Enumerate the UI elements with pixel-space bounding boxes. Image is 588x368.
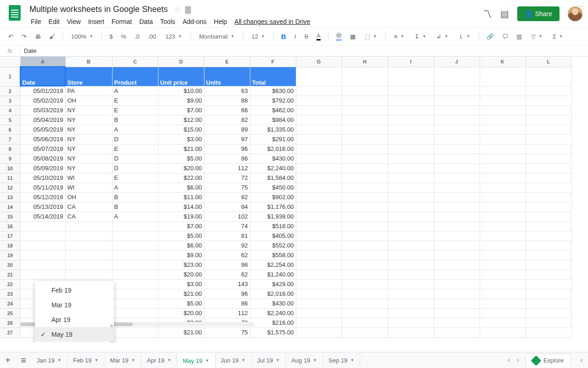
cell[interactable]: $2,240.00 xyxy=(250,163,296,173)
cell[interactable]: $984.00 xyxy=(250,115,296,125)
document-title[interactable]: Multiple worksheets in Google Sheets xyxy=(28,4,170,15)
menu-format[interactable]: Format xyxy=(108,16,135,27)
cell[interactable]: B xyxy=(112,115,158,125)
cell[interactable]: 05/03/2019 xyxy=(20,105,65,115)
popup-item[interactable]: Feb 19 xyxy=(35,283,114,298)
text-color-button[interactable]: A xyxy=(314,30,323,42)
tab-menu-icon[interactable]: ▼ xyxy=(167,358,171,362)
row-header-15[interactable]: 15 xyxy=(0,212,20,221)
cell[interactable]: NY xyxy=(65,105,112,115)
tab-scroll-left[interactable]: ‹ xyxy=(508,356,510,364)
row-header-20[interactable]: 20 xyxy=(0,260,20,270)
cell[interactable]: D xyxy=(112,154,158,163)
sheet-tab[interactable]: Jan 19▼ xyxy=(31,353,68,368)
row-header-26[interactable]: 26 xyxy=(0,318,20,328)
insert-comment-button[interactable]: 🗩 xyxy=(499,31,511,42)
tab-menu-icon[interactable]: ▼ xyxy=(94,358,98,362)
cell[interactable]: NY xyxy=(65,163,112,173)
row-header-10[interactable]: 10 xyxy=(0,163,20,173)
cell[interactable]: NY xyxy=(65,154,112,163)
cell[interactable] xyxy=(20,270,65,279)
number-format-select[interactable]: 123▼ xyxy=(162,31,186,42)
cell[interactable]: 05/01/2019 xyxy=(20,86,65,96)
cell[interactable]: E xyxy=(112,144,158,154)
sheet-tab[interactable]: May 19▼ xyxy=(177,353,215,368)
cell[interactable]: NY xyxy=(65,144,112,154)
cell[interactable]: 98 xyxy=(204,260,250,270)
spreadsheet-grid[interactable]: ABCDEFGHIJKL1DateStoreProductUnit priceU… xyxy=(0,57,588,343)
row-header-25[interactable]: 25 xyxy=(0,308,20,318)
menu-view[interactable]: View xyxy=(64,16,84,27)
col-header-H[interactable]: H xyxy=(342,57,388,67)
cell[interactable]: $2,254.00 xyxy=(250,260,296,270)
cell[interactable]: $450.00 xyxy=(250,183,296,192)
row-header-24[interactable]: 24 xyxy=(0,299,20,308)
cell[interactable]: 05/11/2019 xyxy=(20,183,65,192)
explore-button[interactable]: Explore xyxy=(526,354,571,367)
cell[interactable] xyxy=(20,241,65,250)
menu-data[interactable]: Data xyxy=(136,16,156,27)
cell[interactable]: $5.00 xyxy=(158,231,204,241)
cell[interactable] xyxy=(112,231,158,241)
cell[interactable]: 97 xyxy=(204,134,250,144)
cell[interactable]: E xyxy=(112,105,158,115)
cell[interactable]: A xyxy=(112,183,158,192)
col-header-F[interactable]: F xyxy=(250,57,296,67)
cell[interactable]: 75 xyxy=(204,328,250,337)
cell[interactable]: $9.00 xyxy=(158,250,204,260)
cell[interactable]: 82 xyxy=(204,115,250,125)
cell[interactable]: WI xyxy=(65,173,112,183)
move-folder-icon[interactable]: ▇ xyxy=(185,5,191,14)
cell[interactable]: $429.00 xyxy=(250,279,296,289)
cell[interactable]: $11.00 xyxy=(158,192,204,202)
cell[interactable]: 82 xyxy=(204,192,250,202)
cell[interactable]: $902.00 xyxy=(250,192,296,202)
cell[interactable] xyxy=(112,250,158,260)
tab-menu-icon[interactable]: ▼ xyxy=(242,358,246,362)
row-header-23[interactable]: 23 xyxy=(0,289,20,299)
cell[interactable]: $12.00 xyxy=(158,115,204,125)
row-header-16[interactable]: 16 xyxy=(0,221,20,231)
cell[interactable]: $552.00 xyxy=(250,241,296,250)
popup-item[interactable]: Mar 19 xyxy=(35,298,114,312)
cell[interactable]: 05/13/2019 xyxy=(20,202,65,212)
cell[interactable]: $1,176.00 xyxy=(250,202,296,212)
cell[interactable] xyxy=(65,250,112,260)
functions-button[interactable]: Σ▼ xyxy=(549,31,567,42)
cell[interactable]: NY xyxy=(65,125,112,134)
cell[interactable]: $2,240.00 xyxy=(250,308,296,318)
h-align-button[interactable]: ≡▼ xyxy=(390,31,408,42)
cell[interactable]: $7.00 xyxy=(158,221,204,231)
row-header-19[interactable]: 19 xyxy=(0,250,20,260)
row-header-17[interactable]: 17 xyxy=(0,231,20,241)
col-header-K[interactable]: K xyxy=(480,57,526,67)
cell[interactable]: WI xyxy=(65,183,112,192)
cell[interactable]: 05/06/2019 xyxy=(20,134,65,144)
paint-format-button[interactable]: 🖌 xyxy=(46,31,58,42)
cell[interactable]: 63 xyxy=(204,86,250,96)
row-header-9[interactable]: 9 xyxy=(0,154,20,163)
cell[interactable]: $430.00 xyxy=(250,299,296,308)
cell[interactable]: $216.00 xyxy=(250,318,296,328)
row-header-3[interactable]: 3 xyxy=(0,96,20,105)
cell[interactable]: $1,240.00 xyxy=(250,270,296,279)
cell[interactable]: OH xyxy=(65,192,112,202)
cell[interactable]: $1,584.00 xyxy=(250,173,296,183)
col-header-A[interactable]: A xyxy=(20,57,65,67)
cell[interactable]: $5.00 xyxy=(158,299,204,308)
star-icon[interactable]: ☆ xyxy=(174,5,181,14)
cell[interactable]: 84 xyxy=(204,202,250,212)
cell[interactable] xyxy=(20,221,65,231)
increase-decimal[interactable]: .00 xyxy=(145,31,159,42)
decrease-decimal[interactable]: .0 xyxy=(132,31,142,42)
cell[interactable]: D xyxy=(112,134,158,144)
cell[interactable]: E xyxy=(112,96,158,105)
font-select[interactable]: Montserrat▼ xyxy=(196,31,238,42)
cell[interactable]: $19.00 xyxy=(158,212,204,221)
cell[interactable]: $3.00 xyxy=(158,279,204,289)
cell[interactable]: 62 xyxy=(204,270,250,279)
tab-scroll-right[interactable]: › xyxy=(517,356,519,364)
row-header-1[interactable]: 1 xyxy=(0,67,20,86)
insert-link-button[interactable]: 🔗 xyxy=(484,31,497,42)
row-header-14[interactable]: 14 xyxy=(0,202,20,212)
